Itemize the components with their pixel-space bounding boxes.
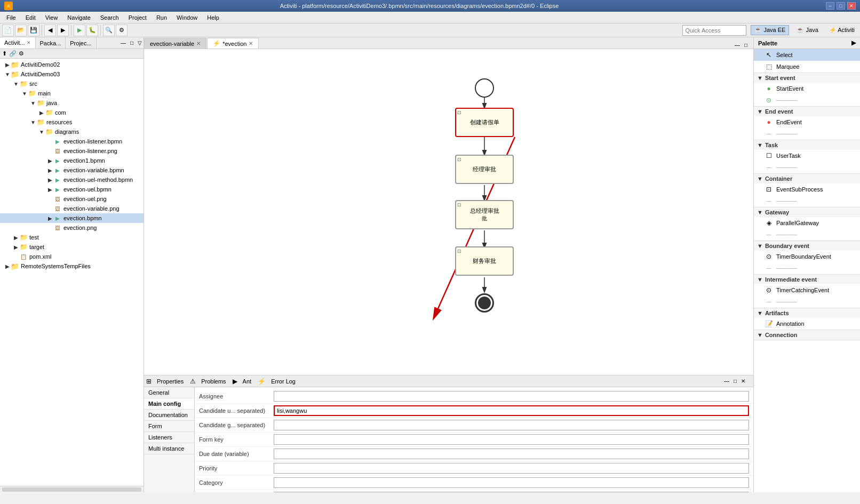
- tree-item-resources[interactable]: ▼ 📁 resources: [0, 117, 144, 127]
- min-editor-btn[interactable]: —: [733, 42, 742, 49]
- tree-item-com[interactable]: ▶ 📁 com: [0, 108, 144, 117]
- toolbar-run[interactable]: ▶: [74, 25, 85, 36]
- bpmn-task-manager[interactable]: ⊡ 经理审批: [455, 155, 514, 184]
- tree-item-f1[interactable]: ▶ ▶ evection-listener.bpmn: [0, 137, 144, 146]
- palette-item-container2[interactable]: ─ ─────: [754, 195, 860, 207]
- tree-item-target[interactable]: ▶ 📁 target: [0, 242, 144, 252]
- menu-project[interactable]: Project: [124, 13, 151, 22]
- toolbar-debug[interactable]: 🐛: [86, 25, 98, 36]
- tree-item-activitidemo03[interactable]: ▼ 📁 ActivitiDemo03: [0, 69, 144, 79]
- tab-ant[interactable]: Ant: [238, 376, 256, 387]
- menu-view[interactable]: View: [41, 13, 62, 22]
- quick-access-input[interactable]: [685, 27, 744, 34]
- start-event-header[interactable]: ▼ Start event: [754, 73, 860, 83]
- boundary-header[interactable]: ▼ Boundary event: [754, 241, 860, 251]
- max-bottom-btn[interactable]: □: [732, 378, 738, 385]
- palette-item-annotation[interactable]: 📝 Annotation: [754, 318, 860, 330]
- maximize-panel-btn[interactable]: □: [129, 39, 135, 46]
- tree-item-test[interactable]: ▶ 📁 test: [0, 233, 144, 242]
- tree-item-diagrams[interactable]: ▼ 📁 diagrams: [0, 127, 144, 137]
- tree-view-btn[interactable]: ⚙: [19, 50, 24, 57]
- menu-navigate[interactable]: Navigate: [63, 13, 94, 22]
- toolbar-settings[interactable]: ⚙: [116, 25, 128, 36]
- input-formkey[interactable]: [274, 434, 749, 445]
- palette-item-parallelgateway[interactable]: ◈ ParallelGateway: [754, 217, 860, 229]
- tab-activit-close[interactable]: ✕: [27, 40, 31, 45]
- perspective-java[interactable]: ☕ Java: [793, 26, 821, 35]
- toolbar-back[interactable]: ◀: [44, 25, 56, 36]
- max-editor-btn[interactable]: □: [743, 42, 749, 49]
- toolbar-forward[interactable]: ▶: [57, 25, 69, 36]
- perspective-javaee[interactable]: ☕ Java EE: [751, 25, 789, 35]
- tab-projec[interactable]: Projec...: [66, 37, 96, 49]
- input-priority[interactable]: [274, 463, 749, 474]
- minimize-panel-btn[interactable]: —: [119, 39, 128, 46]
- menu-file[interactable]: File: [2, 13, 20, 22]
- palette-item-usertask[interactable]: ☐ UserTask: [754, 150, 860, 162]
- palette-item-marquee[interactable]: ⬚ Marquee: [754, 61, 860, 73]
- tree-scrollbar[interactable]: [0, 486, 144, 492]
- bpmn-start-event[interactable]: [475, 78, 494, 98]
- palette-item-endevent[interactable]: ● EndEvent: [754, 116, 860, 128]
- bpmn-task-finance[interactable]: ⊡ 财务审批: [455, 246, 514, 276]
- tab-evection-variable-close[interactable]: ✕: [196, 41, 201, 46]
- bpmn-task-gm[interactable]: ⊡ 总经理审批批: [455, 200, 514, 229]
- min-bottom-btn[interactable]: —: [722, 378, 731, 385]
- toolbar-new[interactable]: 📄: [2, 25, 14, 36]
- container-header[interactable]: ▼ Container: [754, 174, 860, 183]
- menu-window[interactable]: Window: [172, 13, 202, 22]
- palette-item-endevent2[interactable]: ─ ─────: [754, 128, 860, 140]
- collapse-all-btn[interactable]: ⬆: [2, 50, 7, 57]
- tab-evection-close[interactable]: ✕: [249, 41, 253, 46]
- menu-help[interactable]: Help: [203, 13, 224, 22]
- palette-item-eventsubprocess[interactable]: ⊡ EventSubProcess: [754, 183, 860, 195]
- tree-item-main[interactable]: ▼ 📁 main: [0, 89, 144, 98]
- menu-edit[interactable]: Edit: [21, 13, 40, 22]
- toolbar-save[interactable]: 💾: [28, 25, 39, 36]
- tab-evection-variable[interactable]: evection-variable ✕: [144, 38, 206, 49]
- section-mainconfig[interactable]: Main config: [144, 398, 194, 410]
- palette-item-timerstart[interactable]: ⊙ ─────: [754, 94, 860, 106]
- intermediate-header[interactable]: ▼ Intermediate event: [754, 275, 860, 284]
- menu-search[interactable]: Search: [96, 13, 123, 22]
- tree-item-src[interactable]: ▼ 📁 src: [0, 79, 144, 89]
- toolbar-open[interactable]: 📂: [15, 25, 27, 36]
- tab-activit[interactable]: Activit... ✕: [0, 37, 36, 49]
- tree-item-f8[interactable]: ▶ 🖼 evection-variable.png: [0, 204, 144, 213]
- section-multiinstance[interactable]: Multi instance: [144, 443, 194, 454]
- tree-item-f4[interactable]: ▶ ▶ evection-variable.bpmn: [0, 165, 144, 175]
- connection-header[interactable]: ▼ Connection: [754, 330, 860, 340]
- bpmn-canvas[interactable]: ⊡ 创建请假单 ⊡ 经理审批 ⊡ 总经理审批批 ⊡ 财务审批: [144, 49, 753, 375]
- perspective-activiti[interactable]: ⚡ Activiti: [826, 26, 858, 35]
- palette-item-timerboundary[interactable]: ⊙ TimerBoundaryEvent: [754, 251, 860, 262]
- bpmn-end-event[interactable]: [475, 293, 494, 313]
- palette-item-gateway2[interactable]: ─ ─────: [754, 229, 860, 241]
- tree-item-java[interactable]: ▼ 📁 java: [0, 98, 144, 108]
- tree-item-f7[interactable]: ▶ 🖼 evection-uel.png: [0, 194, 144, 204]
- section-documentation[interactable]: Documentation: [144, 410, 194, 421]
- tab-errorlog[interactable]: Error Log: [267, 376, 300, 387]
- section-general[interactable]: General: [144, 387, 194, 398]
- tree-item-f5[interactable]: ▶ ▶ evection-uel-method.bpmn: [0, 175, 144, 185]
- input-assignee[interactable]: [274, 391, 749, 402]
- task-header[interactable]: ▼ Task: [754, 140, 860, 150]
- quick-access-box[interactable]: [682, 25, 746, 36]
- input-duedate[interactable]: [274, 449, 749, 459]
- tree-item-f9[interactable]: ▶ ▶ evection.bpmn: [0, 213, 144, 223]
- maximize-button[interactable]: □: [837, 2, 845, 10]
- tree-item-remote[interactable]: ▶ 📁 RemoteSystemsTempFiles: [0, 261, 144, 271]
- menu-run[interactable]: Run: [152, 13, 171, 22]
- palette-item-timercatching[interactable]: ⊙ TimerCatchingEvent: [754, 284, 860, 296]
- section-form[interactable]: Form: [144, 421, 194, 432]
- end-event-header[interactable]: ▼ End event: [754, 107, 860, 116]
- minimize-button[interactable]: –: [826, 2, 834, 10]
- tab-properties[interactable]: Properties: [153, 376, 188, 387]
- toolbar-search[interactable]: 🔍: [103, 25, 115, 36]
- tab-packa[interactable]: Packa...: [36, 37, 66, 49]
- gateway-header[interactable]: ▼ Gateway: [754, 207, 860, 217]
- palette-item-task2[interactable]: ─ ─────: [754, 162, 860, 173]
- tree-item-activitidemo02[interactable]: ▶ 📁 ActivitiDemo02: [0, 60, 144, 69]
- artifacts-header[interactable]: ▼ Artifacts: [754, 308, 860, 318]
- view-menu-btn[interactable]: ▽: [136, 39, 144, 46]
- palette-collapse-btn[interactable]: ▶: [851, 39, 856, 46]
